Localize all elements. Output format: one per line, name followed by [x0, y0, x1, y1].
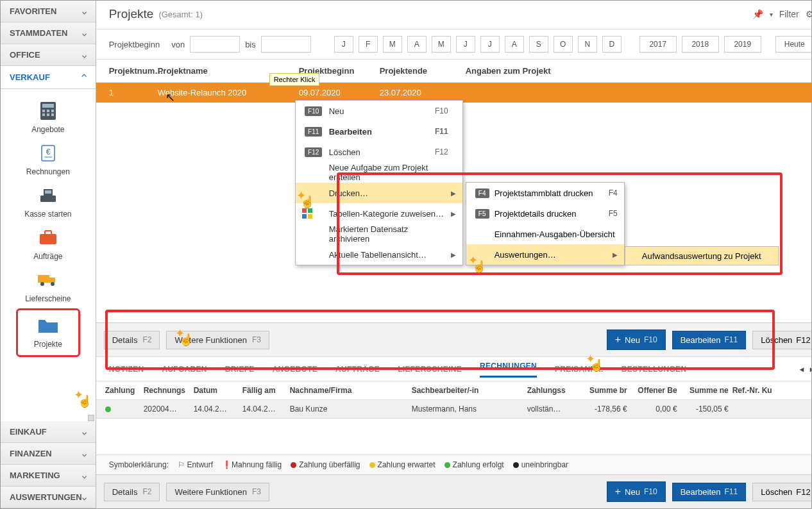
nav-favoriten[interactable]: FAVORITEN⌵: [1, 1, 96, 22]
weitere-button[interactable]: Weitere FunktionenF3: [166, 331, 269, 349]
plus-icon: +: [615, 334, 621, 346]
nav-lieferscheine[interactable]: Lieferscheine: [1, 263, 96, 306]
month-j3[interactable]: J: [480, 36, 500, 53]
col-num[interactable]: Projektnum…: [109, 66, 158, 76]
svg-rect-3: [47, 110, 49, 112]
nav-projekte[interactable]: Projekte: [16, 308, 80, 357]
legend: Symbolerklärung: ⚐ Entwurf ❗Mahnung fäll…: [96, 455, 812, 474]
filter-label[interactable]: Filter: [779, 9, 799, 19]
nav-angebote[interactable]: Angebote: [1, 94, 96, 137]
ctx-aufgabe[interactable]: Neue Aufgabe zum Projekt erstellen: [296, 162, 462, 183]
details-button-bottom[interactable]: DetailsF2: [104, 483, 160, 501]
tab-angebote[interactable]: ANGEBOTE: [273, 365, 317, 374]
submenu-aufwand[interactable]: Aufwandsauswertung zu Projekt: [625, 246, 779, 265]
ctx-kategorie[interactable]: Tabellen-Kategorie zuweisen…▶: [296, 203, 462, 224]
date-to-input[interactable]: [261, 36, 311, 53]
month-n[interactable]: N: [578, 36, 597, 53]
filter-field-label: Projektbeginn: [109, 40, 160, 49]
tab-aufgaben[interactable]: AUFGABEN: [162, 365, 207, 374]
chevron-down-icon: ⌵: [82, 29, 87, 38]
tab-preisanfr[interactable]: PREISANFR.: [555, 365, 604, 374]
date-from-input[interactable]: [190, 36, 240, 53]
ctx-loeschen[interactable]: F12LöschenF12: [296, 142, 462, 162]
month-o[interactable]: O: [554, 36, 573, 53]
gear-icon[interactable]: ⚙: [806, 9, 812, 19]
chevron-down-icon: ⌵: [82, 51, 87, 60]
month-a2[interactable]: A: [505, 36, 524, 53]
sidebar: FAVORITEN⌵ STAMMDATEN⌵ OFFICE⌵ VERKAUF⌵ …: [1, 1, 96, 508]
nav-marketing[interactable]: MARKETING⌵: [1, 465, 96, 487]
calculator-icon: [37, 101, 60, 121]
details-button[interactable]: DetailsF2: [104, 331, 160, 349]
sub-einnahmen[interactable]: Einnahmen-Ausgaben-Übersicht: [466, 224, 624, 244]
svg-rect-22: [302, 214, 307, 219]
month-m[interactable]: M: [383, 36, 402, 53]
ctx-bearbeiten[interactable]: F11BearbeitenF11: [296, 121, 462, 142]
nav-stammdaten[interactable]: STAMMDATEN⌵: [1, 22, 96, 44]
nav-finanzen[interactable]: FINANZEN⌵: [1, 443, 96, 465]
month-d[interactable]: D: [602, 36, 622, 53]
svg-text:€: €: [46, 147, 50, 156]
detail-table-row[interactable]: 202004… 14.04.2… 14.04.2… Bau Kunze Must…: [96, 400, 812, 419]
sub-details[interactable]: F5Projektdetails druckenF5: [466, 203, 624, 224]
svg-rect-23: [308, 214, 312, 219]
bearbeiten-button-bottom[interactable]: BearbeitenF11: [672, 483, 747, 501]
svg-rect-15: [45, 231, 51, 235]
today-button[interactable]: Heute: [775, 36, 812, 53]
nav-einkauf[interactable]: EINKAUF⌵: [1, 421, 96, 443]
dropdown-icon[interactable]: ▾: [770, 11, 773, 18]
ctx-neu[interactable]: F10NeuF10: [296, 101, 462, 121]
year-2018[interactable]: 2018: [682, 36, 719, 53]
col-end[interactable]: Projektende: [380, 66, 466, 76]
neu-button-bottom[interactable]: +NeuF10: [607, 481, 666, 502]
tab-lieferscheine[interactable]: LIEFERSCHEINE: [398, 365, 462, 374]
folder-icon: [37, 315, 60, 336]
ctx-archiv[interactable]: Markierten Datensatz archivieren: [296, 224, 462, 244]
content: Projekte (Gesamt: 1) 📌 ▾ Filter ⚙ Projek…: [96, 1, 812, 508]
resize-handle[interactable]: [88, 415, 94, 421]
detail-toolbar: DetailsF2 Weitere FunktionenF3 +NeuF10 B…: [96, 323, 812, 357]
pin-icon[interactable]: 📌: [752, 9, 763, 19]
right-click-tooltip: Rechter Klick: [269, 73, 320, 86]
tab-briefe[interactable]: BRIEFE: [225, 365, 255, 374]
page-title: Projekte: [109, 7, 154, 21]
month-j2[interactable]: J: [456, 36, 475, 53]
neu-button[interactable]: +NeuF10: [607, 330, 666, 350]
nav-office[interactable]: OFFICE⌵: [1, 44, 96, 66]
year-2019[interactable]: 2019: [724, 36, 761, 53]
loeschen-button-bottom[interactable]: LöschenF12: [752, 483, 812, 501]
tab-bestellungen[interactable]: BESTELLUNGEN: [622, 365, 687, 374]
record-count: (Gesamt: 1): [158, 10, 203, 19]
weitere-button-bottom[interactable]: Weitere FunktionenF3: [166, 483, 269, 501]
ctx-ansicht[interactable]: Aktuelle Tabellenansicht…▶: [296, 244, 462, 265]
cash-register-icon: [37, 185, 60, 206]
sub-stammblatt[interactable]: F4Projektstammblatt druckenF4: [466, 183, 624, 203]
month-j[interactable]: J: [334, 36, 353, 53]
table-header: Projektnum… Projektname Projektbeginn Pr…: [96, 60, 812, 83]
nav-verkauf[interactable]: VERKAUF⌵: [1, 66, 96, 89]
col-desc[interactable]: Angaben zum Projekt: [466, 66, 812, 76]
nav-auswertungen[interactable]: AUSWERTUNGEN⌵: [1, 487, 96, 508]
month-m2[interactable]: M: [432, 36, 451, 53]
tab-notizen[interactable]: NOTIZEN: [109, 365, 144, 374]
tab-auftraege[interactable]: AUFTRÄGE: [335, 365, 380, 374]
month-f[interactable]: F: [359, 36, 378, 53]
svg-rect-1: [42, 104, 54, 108]
nav-rechnungen[interactable]: € Rechnungen: [1, 137, 96, 179]
status-dot-green: [105, 406, 111, 412]
filter-bar: Projektbeginn von bis J F M A M J J A S …: [96, 29, 812, 60]
loeschen-button[interactable]: LöschenF12: [752, 331, 812, 349]
svg-rect-17: [49, 278, 55, 283]
tab-rechnungen[interactable]: RECHNUNGEN: [480, 362, 537, 378]
month-a[interactable]: A: [407, 36, 427, 53]
tab-scroll-left[interactable]: ◂: [800, 365, 804, 374]
bearbeiten-button[interactable]: BearbeitenF11: [672, 331, 747, 349]
ctx-drucken[interactable]: Drucken…▶: [296, 183, 462, 203]
svg-rect-14: [40, 234, 56, 244]
chevron-down-icon: ⌵: [82, 7, 87, 16]
month-s[interactable]: S: [529, 36, 548, 53]
nav-kasse[interactable]: Kasse starten: [1, 179, 96, 221]
year-2017[interactable]: 2017: [639, 36, 677, 53]
sub-auswertungen[interactable]: Auswertungen…▶: [466, 244, 624, 265]
nav-auftraege[interactable]: Aufträge: [1, 221, 96, 263]
